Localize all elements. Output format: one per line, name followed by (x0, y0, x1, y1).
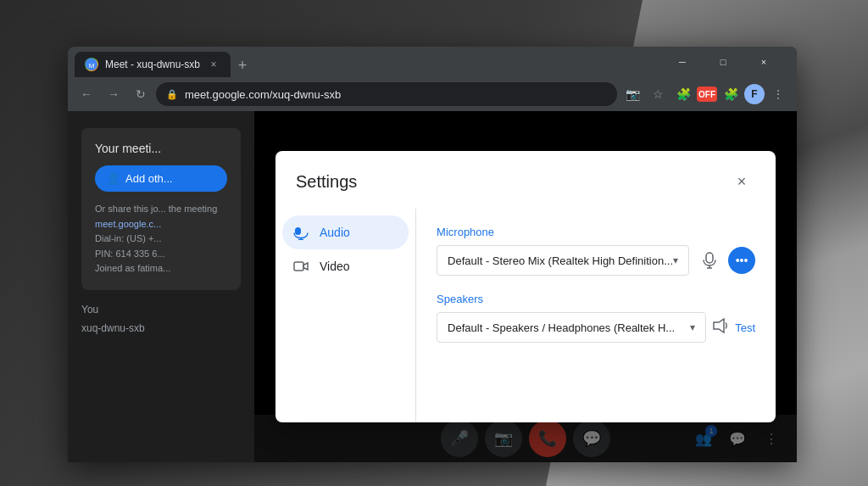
menu-icon-btn[interactable]: ⋮ (766, 82, 790, 106)
meet-background: Your meeti... 👤 Add oth... Or share this… (68, 111, 797, 462)
speakers-label: Speakers (437, 293, 755, 305)
meet-sidebar: Your meeti... 👤 Add oth... Or share this… (68, 111, 254, 462)
speaker-icon (713, 318, 730, 337)
add-others-button[interactable]: 👤 Add oth... (95, 165, 227, 192)
modal-header: Settings × (275, 151, 776, 209)
svg-rect-6 (706, 253, 713, 263)
forward-button[interactable]: → (102, 82, 125, 106)
pin-text: PIN: 614 335 6... (95, 247, 227, 262)
meet-link[interactable]: meet.google.c... (95, 217, 227, 232)
speakers-row: Default - Speakers / Headphones (Realtek… (437, 312, 755, 343)
modal-overlay: Settings × (254, 111, 797, 462)
video-nav-label: Video (320, 260, 350, 273)
settings-content: Microphone Default - Stereo Mix (Realtek… (416, 209, 776, 422)
modal-body: Audio (275, 209, 776, 422)
desktop: M Meet - xuq-dwnu-sxb × + ─ □ × ← → ↻ 🔒 (0, 0, 868, 486)
svg-marker-9 (714, 319, 724, 332)
modal-title: Settings (296, 172, 357, 192)
bookmark-icon-btn[interactable]: ☆ (646, 82, 670, 106)
refresh-button[interactable]: ↻ (129, 82, 153, 106)
nav-item-video[interactable]: Video (282, 249, 409, 283)
tab-bar: M Meet - xuq-dwnu-sxb × + (75, 47, 659, 77)
extension-icon-btn[interactable]: 🧩 (671, 82, 695, 106)
browser-toolbar-icons: 📷 ☆ 🧩 OFF 🧩 F ⋮ (620, 82, 790, 106)
nav-bar: ← → ↻ 🔒 meet.google.com/xuq-dwnu-sxb 📷 ☆… (68, 77, 797, 111)
browser-window: M Meet - xuq-dwnu-sxb × + ─ □ × ← → ↻ 🔒 (68, 47, 797, 462)
tab-close-button[interactable]: × (207, 58, 220, 71)
microphone-actions: ••• (696, 247, 755, 274)
maximize-button[interactable]: □ (704, 50, 743, 74)
camera-icon-btn[interactable]: 📷 (620, 82, 644, 106)
audio-nav-label: Audio (320, 226, 350, 239)
tab-favicon: M (85, 58, 98, 71)
meeting-code: xuq-dwnu-sxb (81, 322, 241, 334)
you-label: You (81, 304, 241, 316)
browser-content: Your meeti... 👤 Add oth... Or share this… (68, 111, 797, 462)
tab-title: Meet - xuq-dwnu-sxb (105, 59, 200, 70)
add-person-icon: 👤 (107, 172, 120, 185)
speakers-device-text: Default - Speakers / Headphones (Realtek… (448, 321, 675, 334)
profile-avatar[interactable]: F (744, 84, 765, 104)
microphone-select[interactable]: Default - Stereo Mix (Realtek High Defin… (437, 245, 689, 276)
video-icon (292, 258, 309, 275)
svg-text:M: M (89, 62, 95, 70)
speakers-select[interactable]: Default - Speakers / Headphones (Realtek… (437, 312, 706, 343)
ext2-icon-btn[interactable]: OFF (697, 87, 717, 102)
lock-icon: 🔒 (166, 89, 178, 100)
new-tab-button[interactable]: + (231, 53, 254, 77)
puzzle-icon-btn[interactable]: 🧩 (719, 82, 743, 106)
more-options-button[interactable]: ••• (728, 247, 755, 274)
settings-nav: Audio (275, 209, 416, 422)
browser-tab[interactable]: M Meet - xuq-dwnu-sxb × (75, 52, 231, 77)
close-icon: × (737, 173, 747, 191)
chevron-down-icon: ▾ (673, 254, 678, 266)
share-text: Or share this jo... the meeting (95, 202, 227, 217)
microphone-row: Default - Stereo Mix (Realtek High Defin… (437, 245, 755, 276)
dialin-text: Dial-in: (US) +... (95, 232, 227, 247)
meet-main: Settings × (254, 111, 797, 462)
minimize-button[interactable]: ─ (663, 50, 702, 74)
joined-text: Joined as fatima... (95, 261, 227, 277)
address-bar[interactable]: 🔒 meet.google.com/xuq-dwnu-sxb (156, 82, 617, 106)
speakers-actions: Test (713, 318, 755, 337)
settings-modal: Settings × (275, 151, 776, 422)
test-speakers-button[interactable]: Test (735, 321, 755, 334)
meeting-info-card: Your meeti... 👤 Add oth... Or share this… (81, 128, 241, 290)
modal-close-button[interactable]: × (728, 168, 755, 195)
nav-item-audio[interactable]: Audio (282, 215, 409, 249)
microphone-label: Microphone (437, 226, 755, 238)
microphone-device-text: Default - Stereo Mix (Realtek High Defin… (448, 254, 673, 267)
svg-rect-5 (294, 262, 303, 271)
chevron-down-icon-speakers: ▾ (690, 321, 695, 333)
audio-icon (292, 224, 309, 241)
close-button[interactable]: × (744, 50, 783, 74)
title-bar: M Meet - xuq-dwnu-sxb × + ─ □ × (68, 47, 797, 77)
microphone-icon-button[interactable] (696, 247, 723, 274)
meeting-title: Your meeti... (95, 142, 227, 155)
more-dots-icon: ••• (736, 254, 748, 267)
back-button[interactable]: ← (75, 82, 98, 106)
meeting-info-text: Or share this jo... the meeting meet.goo… (95, 202, 227, 277)
window-controls: ─ □ × (663, 50, 783, 74)
address-text: meet.google.com/xuq-dwnu-sxb (185, 88, 607, 101)
svg-rect-2 (295, 227, 301, 235)
